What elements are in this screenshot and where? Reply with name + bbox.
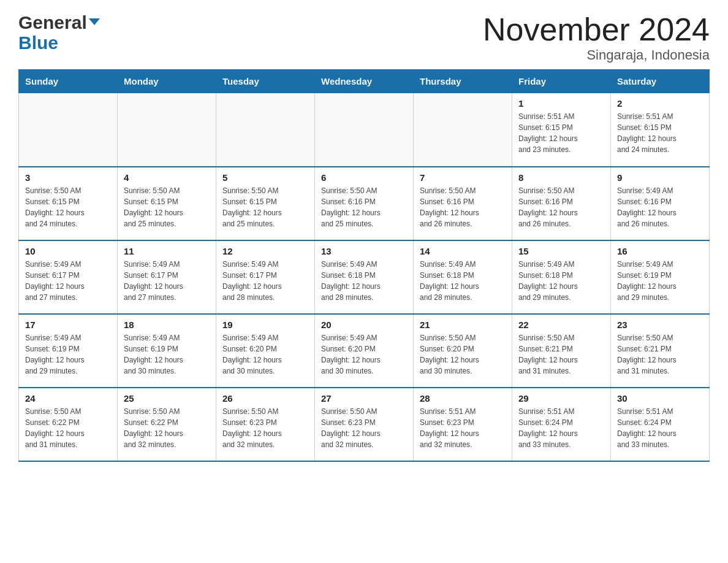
day-info: Sunrise: 5:50 AM Sunset: 6:21 PM Dayligh…	[617, 332, 703, 377]
calendar-cell: 28Sunrise: 5:51 AM Sunset: 6:23 PM Dayli…	[414, 388, 512, 461]
day-info: Sunrise: 5:50 AM Sunset: 6:15 PM Dayligh…	[25, 185, 111, 229]
calendar-table: SundayMondayTuesdayWednesdayThursdayFrid…	[18, 69, 710, 462]
calendar-cell: 17Sunrise: 5:49 AM Sunset: 6:19 PM Dayli…	[19, 314, 118, 388]
day-info: Sunrise: 5:51 AM Sunset: 6:24 PM Dayligh…	[617, 406, 703, 450]
day-number: 4	[124, 172, 210, 183]
day-number: 10	[25, 246, 111, 256]
day-number: 23	[617, 320, 703, 330]
calendar-week-1: 1Sunrise: 5:51 AM Sunset: 6:15 PM Daylig…	[19, 93, 710, 167]
day-info: Sunrise: 5:50 AM Sunset: 6:16 PM Dayligh…	[518, 185, 604, 229]
day-number: 26	[222, 393, 308, 404]
day-info: Sunrise: 5:50 AM Sunset: 6:15 PM Dayligh…	[222, 185, 308, 229]
day-number: 18	[124, 320, 210, 330]
weekday-header-thursday: Thursday	[414, 70, 512, 93]
calendar-cell: 5Sunrise: 5:50 AM Sunset: 6:15 PM Daylig…	[216, 167, 315, 240]
day-info: Sunrise: 5:50 AM Sunset: 6:22 PM Dayligh…	[124, 406, 210, 450]
calendar-cell: 27Sunrise: 5:50 AM Sunset: 6:23 PM Dayli…	[315, 388, 414, 461]
day-number: 28	[420, 393, 506, 404]
day-number: 16	[617, 246, 703, 256]
calendar-cell: 13Sunrise: 5:49 AM Sunset: 6:18 PM Dayli…	[315, 240, 414, 314]
day-number: 25	[124, 393, 210, 404]
calendar-title: November 2024	[483, 12, 710, 47]
day-number: 13	[321, 246, 407, 256]
day-number: 2	[617, 98, 703, 109]
day-info: Sunrise: 5:50 AM Sunset: 6:16 PM Dayligh…	[321, 185, 407, 229]
calendar-cell: 8Sunrise: 5:50 AM Sunset: 6:16 PM Daylig…	[512, 167, 611, 240]
calendar-cell: 30Sunrise: 5:51 AM Sunset: 6:24 PM Dayli…	[611, 388, 710, 461]
day-number: 1	[518, 98, 604, 109]
calendar-cell: 19Sunrise: 5:49 AM Sunset: 6:20 PM Dayli…	[216, 314, 315, 388]
day-number: 7	[420, 172, 506, 183]
weekday-header-row: SundayMondayTuesdayWednesdayThursdayFrid…	[19, 70, 710, 93]
day-info: Sunrise: 5:49 AM Sunset: 6:18 PM Dayligh…	[420, 259, 506, 303]
day-info: Sunrise: 5:51 AM Sunset: 6:24 PM Dayligh…	[518, 406, 604, 450]
weekday-header-tuesday: Tuesday	[216, 70, 315, 93]
calendar-cell: 4Sunrise: 5:50 AM Sunset: 6:15 PM Daylig…	[118, 167, 216, 240]
day-info: Sunrise: 5:50 AM Sunset: 6:20 PM Dayligh…	[420, 332, 506, 377]
calendar-week-3: 10Sunrise: 5:49 AM Sunset: 6:17 PM Dayli…	[19, 240, 710, 314]
day-number: 27	[321, 393, 407, 404]
day-number: 19	[222, 320, 308, 330]
calendar-cell: 24Sunrise: 5:50 AM Sunset: 6:22 PM Dayli…	[19, 388, 118, 461]
calendar-cell	[315, 93, 414, 167]
day-info: Sunrise: 5:50 AM Sunset: 6:23 PM Dayligh…	[222, 406, 308, 450]
calendar-cell: 1Sunrise: 5:51 AM Sunset: 6:15 PM Daylig…	[512, 93, 611, 167]
day-number: 11	[124, 246, 210, 256]
day-info: Sunrise: 5:50 AM Sunset: 6:16 PM Dayligh…	[420, 185, 506, 229]
day-number: 21	[420, 320, 506, 330]
day-info: Sunrise: 5:49 AM Sunset: 6:17 PM Dayligh…	[124, 259, 210, 303]
day-number: 5	[222, 172, 308, 183]
day-number: 24	[25, 393, 111, 404]
day-number: 22	[518, 320, 604, 330]
calendar-cell	[414, 93, 512, 167]
day-number: 14	[420, 246, 506, 256]
day-info: Sunrise: 5:49 AM Sunset: 6:20 PM Dayligh…	[321, 332, 407, 377]
weekday-header-monday: Monday	[118, 70, 216, 93]
calendar-cell	[118, 93, 216, 167]
weekday-header-sunday: Sunday	[19, 70, 118, 93]
day-number: 20	[321, 320, 407, 330]
day-info: Sunrise: 5:49 AM Sunset: 6:19 PM Dayligh…	[124, 332, 210, 377]
day-info: Sunrise: 5:49 AM Sunset: 6:18 PM Dayligh…	[321, 259, 407, 303]
title-block: November 2024 Singaraja, Indonesia	[483, 12, 710, 63]
day-info: Sunrise: 5:51 AM Sunset: 6:15 PM Dayligh…	[518, 111, 604, 155]
calendar-cell: 26Sunrise: 5:50 AM Sunset: 6:23 PM Dayli…	[216, 388, 315, 461]
day-number: 30	[617, 393, 703, 404]
calendar-cell	[19, 93, 118, 167]
calendar-cell: 9Sunrise: 5:49 AM Sunset: 6:16 PM Daylig…	[611, 167, 710, 240]
day-number: 3	[25, 172, 111, 183]
calendar-cell: 21Sunrise: 5:50 AM Sunset: 6:20 PM Dayli…	[414, 314, 512, 388]
calendar-cell: 2Sunrise: 5:51 AM Sunset: 6:15 PM Daylig…	[611, 93, 710, 167]
day-number: 6	[321, 172, 407, 183]
day-number: 15	[518, 246, 604, 256]
day-info: Sunrise: 5:50 AM Sunset: 6:22 PM Dayligh…	[25, 406, 111, 450]
calendar-cell: 11Sunrise: 5:49 AM Sunset: 6:17 PM Dayli…	[118, 240, 216, 314]
calendar-cell: 10Sunrise: 5:49 AM Sunset: 6:17 PM Dayli…	[19, 240, 118, 314]
calendar-cell: 23Sunrise: 5:50 AM Sunset: 6:21 PM Dayli…	[611, 314, 710, 388]
calendar-week-2: 3Sunrise: 5:50 AM Sunset: 6:15 PM Daylig…	[19, 167, 710, 240]
calendar-cell: 12Sunrise: 5:49 AM Sunset: 6:17 PM Dayli…	[216, 240, 315, 314]
day-info: Sunrise: 5:49 AM Sunset: 6:17 PM Dayligh…	[25, 259, 111, 303]
calendar-cell: 15Sunrise: 5:49 AM Sunset: 6:18 PM Dayli…	[512, 240, 611, 314]
page-header: General Blue November 2024 Singaraja, In…	[18, 12, 710, 63]
day-info: Sunrise: 5:49 AM Sunset: 6:16 PM Dayligh…	[617, 185, 703, 229]
day-number: 8	[518, 172, 604, 183]
day-info: Sunrise: 5:49 AM Sunset: 6:19 PM Dayligh…	[25, 332, 111, 377]
calendar-cell: 7Sunrise: 5:50 AM Sunset: 6:16 PM Daylig…	[414, 167, 512, 240]
day-info: Sunrise: 5:51 AM Sunset: 6:15 PM Dayligh…	[617, 111, 703, 155]
logo-arrow-icon	[89, 18, 100, 25]
day-info: Sunrise: 5:49 AM Sunset: 6:17 PM Dayligh…	[222, 259, 308, 303]
day-number: 17	[25, 320, 111, 330]
weekday-header-friday: Friday	[512, 70, 611, 93]
logo-blue-text: Blue	[18, 33, 58, 53]
calendar-cell: 29Sunrise: 5:51 AM Sunset: 6:24 PM Dayli…	[512, 388, 611, 461]
calendar-cell	[216, 93, 315, 167]
day-info: Sunrise: 5:49 AM Sunset: 6:18 PM Dayligh…	[518, 259, 604, 303]
day-number: 12	[222, 246, 308, 256]
calendar-cell: 16Sunrise: 5:49 AM Sunset: 6:19 PM Dayli…	[611, 240, 710, 314]
calendar-cell: 22Sunrise: 5:50 AM Sunset: 6:21 PM Dayli…	[512, 314, 611, 388]
calendar-cell: 20Sunrise: 5:49 AM Sunset: 6:20 PM Dayli…	[315, 314, 414, 388]
day-info: Sunrise: 5:50 AM Sunset: 6:21 PM Dayligh…	[518, 332, 604, 377]
day-info: Sunrise: 5:50 AM Sunset: 6:15 PM Dayligh…	[124, 185, 210, 229]
day-info: Sunrise: 5:50 AM Sunset: 6:23 PM Dayligh…	[321, 406, 407, 450]
